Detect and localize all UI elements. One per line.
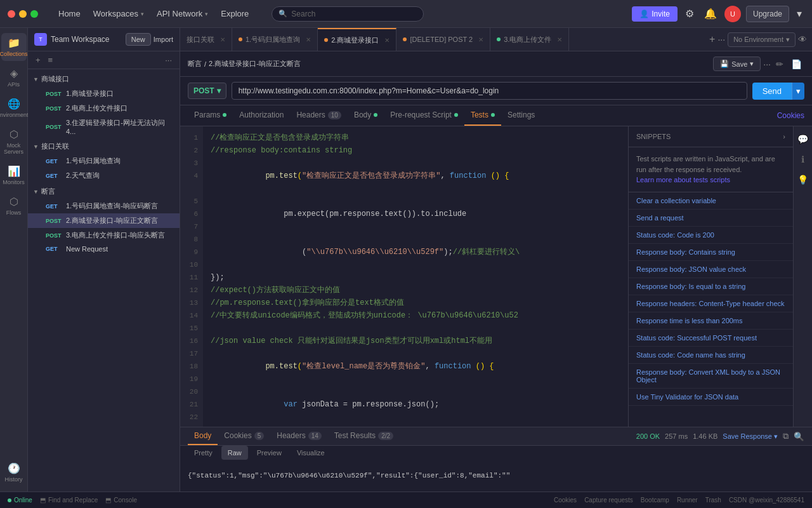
tab-settings[interactable]: Settings (501, 105, 541, 126)
send-dropdown-button[interactable]: ▾ (792, 83, 804, 100)
learn-more-link[interactable]: Learn more about tests scripts (636, 176, 730, 184)
snippet-item[interactable]: Response body: Is equal to a string (629, 278, 793, 295)
save-button[interactable]: 💾 Save ▾ (713, 57, 761, 71)
method-selector[interactable]: POST ▾ (188, 83, 226, 99)
tab-body-response[interactable]: Body (188, 427, 218, 445)
tab-close-icon[interactable]: ✕ (220, 36, 225, 43)
bottom-tab-pretty[interactable]: Pretty (188, 446, 219, 460)
more-tabs-button[interactable]: ··· (717, 34, 725, 44)
tab-close-icon[interactable]: ✕ (478, 36, 483, 43)
tab-tests[interactable]: Tests (464, 105, 501, 126)
more-options-button[interactable]: ··· (763, 59, 771, 69)
list-item[interactable]: GET 1.号码归属地查询-响应码断言 (28, 199, 180, 213)
tab-deleted-post[interactable]: [DELETED] POST 2 ✕ (396, 28, 490, 51)
comment-icon[interactable]: 💬 (795, 131, 811, 147)
collection-header-shangcheng[interactable]: ▼ 商城接口 (28, 72, 180, 86)
tab-authorization[interactable]: Authorization (233, 105, 290, 126)
tab-jiekouguanlian[interactable]: 接口关联 ✕ (180, 28, 232, 51)
import-button[interactable]: Import (154, 33, 173, 46)
tab-close-icon[interactable]: ✕ (384, 37, 390, 44)
info-icon[interactable]: ℹ (799, 152, 807, 167)
url-input[interactable] (232, 82, 747, 100)
tab-cookies-response[interactable]: Cookies 5 (218, 427, 270, 445)
bottom-tab-visualize[interactable]: Visualize (291, 446, 331, 460)
tab-get-haoma[interactable]: 1.号码归属地查询 ✕ (232, 28, 318, 51)
notification-icon[interactable]: 🔔 (702, 5, 719, 22)
snippets-collapse-icon[interactable]: › (783, 133, 785, 140)
tab-close-icon[interactable]: ✕ (306, 36, 311, 43)
list-item[interactable]: GET New Request (28, 243, 180, 255)
find-replace-link[interactable]: ⬒ Find and Replace (40, 497, 98, 504)
snippet-item[interactable]: Response time is less than 200ms (629, 312, 793, 330)
invite-button[interactable]: 👤 Invite (632, 6, 678, 22)
save-response-button[interactable]: Save Response ▾ (723, 432, 778, 441)
list-item[interactable]: POST 2.商城登录接口-响应正文断言 (28, 213, 180, 228)
avatar[interactable]: U (724, 6, 741, 22)
send-button[interactable]: Send (752, 83, 792, 100)
copy-response-button[interactable]: ⧉ (783, 431, 789, 441)
sidebar-item-apis[interactable]: ◈ APIs (1, 64, 27, 91)
add-tab-button[interactable]: + (709, 34, 715, 45)
tab-post-dianshanng[interactable]: 3.电商上传文件 ✕ (490, 28, 569, 51)
doc-icon[interactable]: 📄 (789, 58, 804, 70)
api-network-link[interactable]: API Network ▾ (152, 6, 213, 21)
search-response-button[interactable]: 🔍 (794, 432, 804, 441)
sidebar-item-monitors[interactable]: 📊 Monitors (1, 161, 27, 189)
list-item[interactable]: POST 2.电商上传文件接口 (28, 101, 180, 116)
tab-body[interactable]: Body (348, 105, 384, 126)
tab-close-icon[interactable]: ✕ (557, 36, 562, 43)
eye-icon[interactable]: 👁 (798, 34, 807, 44)
collection-header-jiekouguanlian[interactable]: ▼ 接口关联 (28, 139, 180, 154)
tab-test-results[interactable]: Test Results 2/2 (328, 427, 400, 445)
snippet-item[interactable]: Status code: Code name has string (629, 347, 793, 364)
bottom-tab-raw[interactable]: Raw (221, 446, 248, 460)
console-link[interactable]: ⬒ Console (105, 497, 137, 504)
add-collection-btn[interactable]: + (33, 54, 43, 66)
cookies-status[interactable]: Cookies (554, 497, 577, 504)
tab-post-shangcheng[interactable]: 2.商城登录接口 ✕ (318, 28, 396, 51)
tab-params[interactable]: Params (188, 105, 233, 126)
sidebar-item-collections[interactable]: 📁 Collections (1, 33, 27, 61)
tab-pre-request-script[interactable]: Pre-request Script (384, 105, 464, 126)
sort-btn[interactable]: ≡ (46, 54, 56, 66)
trash-link[interactable]: Trash (705, 497, 721, 504)
sidebar-item-flows[interactable]: ⬡ Flows (1, 192, 27, 220)
dropdown-icon[interactable]: ▾ (794, 5, 804, 22)
bootcamp-link[interactable]: Bootcamp (641, 497, 669, 504)
snippet-item[interactable]: Response body: JSON value check (629, 261, 793, 278)
close-button[interactable] (8, 10, 15, 18)
snippet-item[interactable]: Response body: Convert XML body to a JSO… (629, 364, 793, 389)
tab-headers-response[interactable]: Headers 14 (270, 427, 327, 445)
cookies-link[interactable]: Cookies (777, 111, 804, 120)
snippet-item[interactable]: Response headers: Content-Type header ch… (629, 295, 793, 312)
edit-icon[interactable]: ✏ (773, 58, 786, 70)
sidebar-item-mock-servers[interactable]: ⬡ Mock Servers (1, 124, 27, 159)
workspaces-link[interactable]: Workspaces ▾ (88, 6, 149, 21)
tab-headers[interactable]: Headers 10 (290, 105, 347, 126)
new-button[interactable]: New (126, 33, 151, 46)
sidebar-item-environments[interactable]: 🌐 Environments (1, 94, 27, 122)
snippet-item[interactable]: Status code: Code is 200 (629, 227, 793, 244)
bottom-tab-preview[interactable]: Preview (251, 446, 288, 460)
home-link[interactable]: Home (53, 6, 86, 21)
upgrade-button[interactable]: Upgrade (746, 6, 789, 22)
list-item[interactable]: POST 1.商城登录接口 (28, 86, 180, 101)
snippet-item[interactable]: Response body: Contains string (629, 244, 793, 261)
runner-link[interactable]: Runner (677, 497, 698, 504)
explore-link[interactable]: Explore (216, 6, 254, 21)
list-item[interactable]: GET 1.号码归属地查询 (28, 154, 180, 168)
more-options-btn[interactable]: ··· (162, 54, 174, 66)
list-item[interactable]: POST 3.住逻辑登录接口-网址无法访问4... (28, 116, 180, 138)
collection-header-duanyan[interactable]: ▼ 断言 (28, 184, 180, 199)
bulb-icon[interactable]: 💡 (795, 172, 811, 187)
code-editor[interactable]: 1 2 3 4 5 6 7 8 9 10 11 12 13 14 15 16 (180, 126, 628, 427)
list-item[interactable]: GET 2.天气查询 (28, 168, 180, 183)
snippet-item[interactable]: Status code: Successful POST request (629, 330, 793, 347)
settings-icon[interactable]: ⚙ (683, 5, 697, 22)
search-bar[interactable]: 🔍 Search (272, 6, 424, 22)
snippet-item[interactable]: Send a request (629, 210, 793, 227)
snippet-item[interactable]: Clear a collection variable (629, 192, 793, 210)
list-item[interactable]: POST 3.电商上传文件接口-响应头断言 (28, 228, 180, 243)
maximize-button[interactable] (30, 10, 38, 18)
capture-requests-link[interactable]: Capture requests (584, 497, 633, 504)
